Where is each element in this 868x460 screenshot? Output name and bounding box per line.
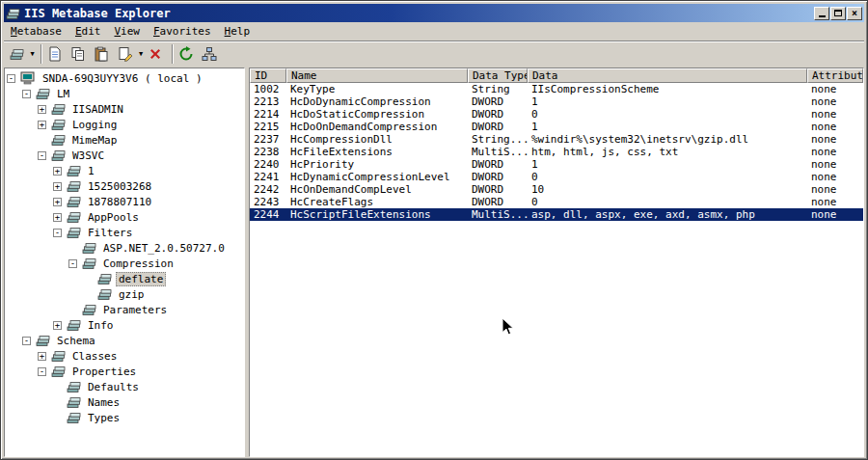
tree-item-1525003268[interactable]: +1525003268 xyxy=(5,178,244,194)
column-header-data[interactable]: Data xyxy=(528,68,807,83)
tree-item-1878807110[interactable]: +1878807110 xyxy=(5,194,244,209)
tree-panel: -SNDA-69Q3UYY3V6 ( local )-LM+IISADMIN+L… xyxy=(4,68,245,457)
menu-view[interactable]: View xyxy=(108,23,148,40)
tree-item-names[interactable]: Names xyxy=(5,394,244,410)
table-row-1002[interactable]: 1002KeyTypeStringIIsCompressionSchemenon… xyxy=(250,83,863,95)
table-row-2238[interactable]: 2238HcFileExtensionsMultiS...htm, html, … xyxy=(250,146,863,158)
key-stack-icon xyxy=(67,395,81,409)
expand-icon[interactable]: + xyxy=(53,182,62,191)
cell-id: 2242 xyxy=(250,183,286,196)
delete-icon xyxy=(148,46,163,62)
table-row-2237[interactable]: 2237HcCompressionDllString...%windir%\sy… xyxy=(250,133,863,146)
column-header-name[interactable]: Name xyxy=(286,68,468,83)
expand-icon[interactable]: + xyxy=(53,321,62,330)
tree-item-gzip[interactable]: gzip xyxy=(5,286,244,302)
tree-item-iisadmin[interactable]: +IISADMIN xyxy=(5,101,244,117)
tree-item-defaults[interactable]: Defaults xyxy=(5,379,244,394)
collapse-icon[interactable]: - xyxy=(7,74,15,83)
expand-icon[interactable]: + xyxy=(38,105,46,114)
tree-item-filters[interactable]: -Filters xyxy=(5,225,244,240)
tree-item-compression[interactable]: -Compression xyxy=(5,256,244,271)
tree-item-types[interactable]: Types xyxy=(5,410,244,425)
computer-icon xyxy=(20,71,36,85)
cell-id: 2240 xyxy=(250,158,286,171)
tree-item-deflate[interactable]: deflate xyxy=(5,271,244,286)
open-button[interactable] xyxy=(45,43,68,65)
key-stack-icon xyxy=(67,164,81,177)
tree-item-lm[interactable]: -LM xyxy=(5,86,244,101)
tree-item-label: Schema xyxy=(54,334,98,348)
table-row-2242[interactable]: 2242HcOnDemandCompLevelDWORD10none xyxy=(250,183,863,196)
connect-icon xyxy=(202,46,217,62)
cell-attributes: none xyxy=(807,133,863,146)
cell-name: HcDoDynamicCompression xyxy=(286,95,468,108)
cell-id: 2237 xyxy=(250,133,286,146)
refresh-button[interactable] xyxy=(176,43,200,65)
title-bar[interactable]: IIS Metabase Explorer × xyxy=(4,4,864,22)
tree-item-label: 1525003268 xyxy=(85,179,154,194)
menu-favorites[interactable]: Favorites xyxy=(148,23,219,40)
expand-icon[interactable]: + xyxy=(53,167,62,176)
paste-button[interactable] xyxy=(92,43,115,65)
minimize-button[interactable] xyxy=(814,7,829,20)
window-title: IIS Metabase Explorer xyxy=(24,7,814,20)
tree-item-1[interactable]: +1 xyxy=(5,163,244,178)
cell-data-type: MultiS... xyxy=(468,146,528,158)
menu-help[interactable]: Help xyxy=(219,23,258,40)
column-header-data-type[interactable]: Data Type xyxy=(468,68,528,83)
cell-attributes: none xyxy=(807,108,863,121)
expand-icon[interactable]: + xyxy=(53,213,62,222)
tree-item-snda-69q3uyy3v6-local-[interactable]: -SNDA-69Q3UYY3V6 ( local ) xyxy=(5,70,244,86)
tree-item-w3svc[interactable]: -W3SVC xyxy=(5,148,244,163)
menu-edit[interactable]: Edit xyxy=(69,23,109,40)
tree-item-info[interactable]: +Info xyxy=(5,317,244,333)
cell-attributes: none xyxy=(807,121,863,133)
collapse-icon[interactable]: - xyxy=(53,229,62,237)
tree-item-parameters[interactable]: Parameters xyxy=(5,302,244,317)
close-button[interactable]: × xyxy=(847,7,862,20)
collapse-icon[interactable]: - xyxy=(22,337,31,345)
table-row-2241[interactable]: 2241HcDynamicCompressionLevelDWORD0none xyxy=(250,171,863,183)
table-row-2240[interactable]: 2240HcPriorityDWORD1none xyxy=(250,158,863,171)
collapse-icon[interactable]: - xyxy=(38,151,46,160)
table-row-2243[interactable]: 2243HcCreateFlagsDWORD0none xyxy=(250,196,863,208)
key-stack-icon xyxy=(67,380,81,393)
table-row-2215[interactable]: 2215HcDoOnDemandCompressionDWORD1none xyxy=(250,121,863,133)
collapse-icon[interactable]: - xyxy=(22,90,31,98)
collapse-icon[interactable]: - xyxy=(38,367,46,376)
tree-item-classes[interactable]: +Classes xyxy=(5,348,244,364)
cell-data-type: String... xyxy=(468,133,528,146)
cell-data-type: DWORD xyxy=(468,108,528,121)
expand-icon[interactable]: + xyxy=(38,352,46,361)
cell-data: IIsCompressionScheme xyxy=(528,83,807,95)
delete-button[interactable] xyxy=(146,43,169,65)
table-row-2213[interactable]: 2213HcDoDynamicCompressionDWORD1none xyxy=(250,95,863,108)
cell-id: 1002 xyxy=(250,83,286,95)
tree-item-properties[interactable]: -Properties xyxy=(5,364,244,379)
expand-icon[interactable]: + xyxy=(38,121,46,129)
column-header-id[interactable]: ID xyxy=(250,68,286,83)
tree-item-label: Names xyxy=(85,395,122,410)
connect-button[interactable] xyxy=(200,43,223,65)
tree-item-schema[interactable]: -Schema xyxy=(5,333,244,348)
tree-item-label: IISADMIN xyxy=(69,102,126,117)
copy-button[interactable] xyxy=(68,43,92,65)
menu-metabase[interactable]: Metabase xyxy=(5,23,69,40)
new-key-button[interactable]: ▼ xyxy=(7,43,38,65)
tree-item-asp-net-2-0-50727-0[interactable]: ASP.NET_2.0.50727.0 xyxy=(5,240,244,256)
maximize-button[interactable] xyxy=(830,7,846,20)
tree-item-logging[interactable]: +Logging xyxy=(5,117,244,132)
tree-item-apppools[interactable]: +AppPools xyxy=(5,209,244,225)
key-stack-icon xyxy=(97,287,112,301)
cell-attributes: none xyxy=(807,83,863,95)
expand-icon[interactable]: + xyxy=(53,198,62,206)
new-record-button[interactable]: ▼ xyxy=(115,43,146,65)
cell-name: KeyType xyxy=(286,83,468,95)
table-row-2214[interactable]: 2214HcDoStaticCompressionDWORD0none xyxy=(250,108,863,121)
collapse-icon[interactable]: - xyxy=(68,259,77,268)
table-row-2244[interactable]: 2244HcScriptFileExtensionsMultiS...asp, … xyxy=(250,208,863,221)
tree-item-mimemap[interactable]: MimeMap xyxy=(5,132,244,148)
tree-item-label: Info xyxy=(85,318,117,333)
cell-id: 2241 xyxy=(250,171,286,183)
column-header-attributes[interactable]: Attributes xyxy=(807,68,863,83)
